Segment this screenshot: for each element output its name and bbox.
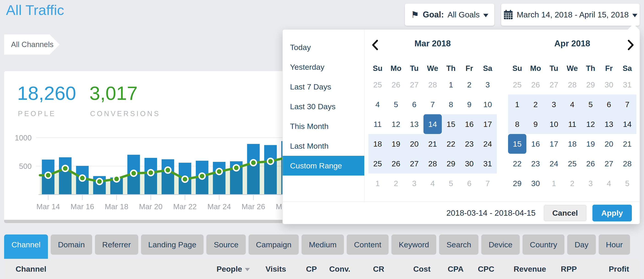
calendar-day[interactable]: 7 [424, 95, 442, 114]
column-header-people[interactable]: People [217, 259, 250, 279]
calendar-day[interactable]: 5 [442, 173, 460, 193]
line-point[interactable] [216, 169, 222, 175]
calendar-day[interactable]: 29 [508, 173, 526, 193]
line-point[interactable] [165, 167, 171, 173]
line-point[interactable] [148, 170, 154, 176]
calendar-day[interactable]: 2 [563, 173, 582, 193]
calendar-day[interactable]: 26 [387, 75, 405, 95]
tab-device[interactable]: Device [481, 234, 520, 255]
calendar-day[interactable]: 6 [600, 95, 618, 114]
calendar-day[interactable]: 6 [460, 173, 478, 193]
calendar-prev-icon[interactable] [371, 39, 379, 51]
calendar-day[interactable]: 3 [478, 75, 497, 95]
line-point[interactable] [79, 175, 85, 181]
calendar-day[interactable]: 15 [442, 114, 460, 134]
calendar-day[interactable]: 28 [563, 75, 582, 95]
tab-medium[interactable]: Medium [302, 234, 344, 255]
calendar-day[interactable]: 1 [368, 173, 387, 193]
calendar-day[interactable]: 25 [563, 154, 582, 173]
calendar-day[interactable]: 18 [563, 134, 582, 154]
date-range-button[interactable]: March 14, 2018 - April 15, 2018 [501, 4, 640, 26]
calendar-day[interactable]: 17 [478, 114, 497, 134]
breadcrumb-all-channels[interactable]: All Channels [4, 35, 60, 55]
calendar-day[interactable]: 20 [405, 134, 424, 154]
calendar-day[interactable]: 6 [405, 95, 424, 114]
calendar-day[interactable]: 8 [508, 114, 526, 134]
tab-day[interactable]: Day [567, 234, 596, 255]
calendar-day[interactable]: 28 [618, 154, 636, 173]
tab-search[interactable]: Search [439, 234, 478, 255]
calendar-day[interactable]: 27 [600, 154, 618, 173]
calendar-day[interactable]: 16 [526, 134, 545, 154]
calendar-day[interactable]: 26 [582, 154, 600, 173]
tab-keyword[interactable]: Keyword [391, 234, 436, 255]
line-point[interactable] [62, 165, 68, 171]
preset-this-month[interactable]: This Month [283, 116, 364, 136]
calendar-day[interactable]: 30 [600, 75, 618, 95]
calendar-day[interactable]: 4 [600, 173, 618, 193]
calendar-day[interactable]: 12 [582, 114, 600, 134]
calendar-day[interactable]: 19 [387, 134, 405, 154]
calendar-day[interactable]: 2 [526, 95, 545, 114]
column-header-cpc[interactable]: CPC [478, 259, 494, 279]
calendar-day[interactable]: 4 [368, 95, 387, 114]
calendar-day[interactable]: 28 [424, 75, 442, 95]
calendar-day[interactable]: 28 [424, 154, 442, 173]
preset-last-month[interactable]: Last Month [283, 136, 364, 156]
tab-domain[interactable]: Domain [51, 234, 92, 255]
column-header-conv-[interactable]: Conv. [329, 259, 350, 279]
tab-content[interactable]: Content [347, 234, 388, 255]
calendar-day[interactable]: 25 [508, 75, 526, 95]
calendar-day[interactable]: 27 [545, 75, 563, 95]
calendar-day[interactable]: 25 [368, 75, 387, 95]
calendar-day[interactable]: 4 [563, 95, 582, 114]
calendar-day[interactable]: 4 [424, 173, 442, 193]
calendar-day[interactable]: 11 [368, 114, 387, 134]
calendar-day[interactable]: 27 [405, 75, 424, 95]
calendar-day[interactable]: 10 [545, 114, 563, 134]
column-header-profit[interactable]: Profit [609, 259, 629, 279]
calendar-day[interactable]: 24 [545, 154, 563, 173]
calendar-day[interactable]: 25 [368, 154, 387, 173]
calendar-day[interactable]: 21 [424, 134, 442, 154]
calendar-day[interactable]: 8 [442, 95, 460, 114]
line-point[interactable] [96, 178, 102, 184]
calendar-day[interactable]: 11 [563, 114, 582, 134]
tab-source[interactable]: Source [206, 234, 246, 255]
calendar-day[interactable]: 5 [618, 173, 636, 193]
tab-country[interactable]: Country [522, 234, 564, 255]
calendar-day[interactable]: 2 [387, 173, 405, 193]
calendar-day[interactable]: 12 [387, 114, 405, 134]
apply-button[interactable]: Apply [592, 205, 632, 221]
preset-last-30-days[interactable]: Last 30 Days [283, 97, 364, 116]
preset-today[interactable]: Today [283, 37, 364, 57]
calendar-next-icon[interactable] [627, 39, 634, 51]
calendar-day[interactable]: 30 [460, 154, 478, 173]
line-point[interactable] [182, 176, 188, 182]
calendar-day[interactable]: 29 [442, 154, 460, 173]
calendar-day[interactable]: 3 [545, 95, 563, 114]
calendar-day[interactable]: 3 [405, 173, 424, 193]
column-header-channel[interactable]: Channel [16, 259, 46, 279]
column-header-cr[interactable]: CR [373, 259, 384, 279]
calendar-day[interactable]: 24 [478, 134, 497, 154]
preset-last-7-days[interactable]: Last 7 Days [283, 77, 364, 97]
calendar-day[interactable]: 14 [424, 114, 442, 134]
calendar-day[interactable]: 13 [405, 114, 424, 134]
column-header-cost[interactable]: Cost [413, 259, 430, 279]
calendar-day[interactable]: 22 [508, 154, 526, 173]
line-point[interactable] [114, 176, 120, 182]
calendar-day[interactable]: 18 [368, 134, 387, 154]
calendar-day[interactable]: 7 [478, 173, 497, 193]
line-point[interactable] [234, 165, 239, 171]
column-header-cpa[interactable]: CPA [448, 259, 464, 279]
calendar-day[interactable]: 17 [545, 134, 563, 154]
calendar-day[interactable]: 2 [460, 75, 478, 95]
calendar-day[interactable]: 31 [618, 75, 636, 95]
tab-campaign[interactable]: Campaign [248, 234, 299, 255]
calendar-day[interactable]: 29 [582, 75, 600, 95]
goal-dropdown-button[interactable]: ⚑ Goal: All Goals [405, 4, 494, 26]
calendar-day[interactable]: 5 [387, 95, 405, 114]
calendar-day[interactable]: 10 [478, 95, 497, 114]
calendar-day[interactable]: 9 [460, 95, 478, 114]
